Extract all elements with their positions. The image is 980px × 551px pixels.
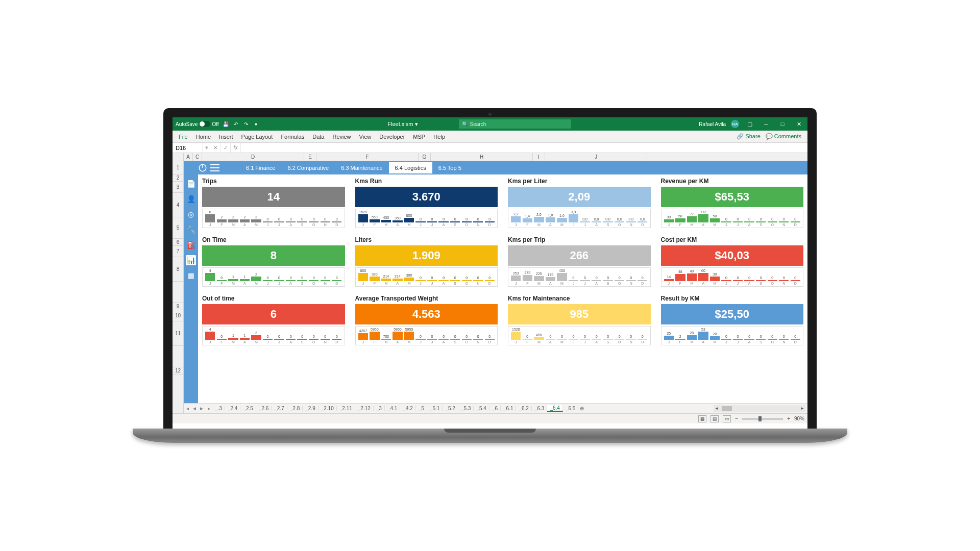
undo-icon[interactable]: ↶: [232, 120, 239, 128]
ribbon-tab-formulas[interactable]: Formulas: [277, 134, 308, 140]
autosave-toggle[interactable]: AutoSave Off: [176, 121, 219, 127]
comments-button[interactable]: 💬 Comments: [766, 133, 801, 140]
row-header[interactable]: 10: [173, 310, 183, 321]
add-sheet-icon[interactable]: ⊕: [578, 406, 585, 411]
redo-icon[interactable]: ↷: [242, 120, 250, 128]
sheet-tab[interactable]: _6.4: [547, 405, 562, 412]
row-header[interactable]: 2: [173, 174, 183, 182]
sheet-tab[interactable]: _2.6: [256, 406, 272, 411]
sheet-tab[interactable]: _5.4: [474, 406, 489, 411]
horizontal-scrollbar[interactable]: ◄►: [714, 405, 805, 412]
minimize-icon[interactable]: ─: [761, 118, 772, 130]
ribbon-tab-help[interactable]: Help: [429, 134, 449, 140]
sheet-tab[interactable]: _2.10: [318, 406, 337, 411]
sidebar-user-icon[interactable]: 👤: [186, 194, 196, 204]
fx-icon[interactable]: fx: [231, 143, 241, 153]
sheet-tab[interactable]: _5.2: [443, 406, 458, 411]
col-header[interactable]: D: [202, 153, 304, 161]
sheet-tab[interactable]: _6: [489, 406, 501, 411]
ribbon-tab-review[interactable]: Review: [328, 134, 355, 140]
user-avatar[interactable]: RA: [731, 120, 739, 128]
sheet-tab[interactable]: _4.1: [385, 406, 400, 411]
ribbon-tab-developer[interactable]: Developer: [375, 134, 409, 140]
filename[interactable]: Fleet.xlsm ▾: [387, 121, 418, 128]
zoom-level[interactable]: 90%: [794, 416, 804, 421]
row-header[interactable]: 5: [173, 217, 183, 239]
row-header[interactable]: 6: [173, 239, 183, 246]
cancel-icon[interactable]: ✕: [210, 143, 220, 153]
col-header[interactable]: I: [533, 153, 545, 161]
ribbon-tab-insert[interactable]: Insert: [215, 134, 237, 140]
row-header[interactable]: 3: [173, 182, 183, 193]
sheet-tab[interactable]: _6.3: [532, 406, 547, 411]
sheet-tab[interactable]: _2.12: [355, 406, 374, 411]
page-layout-icon[interactable]: ▤: [710, 415, 719, 422]
sidebar-grid-icon[interactable]: ▦: [186, 270, 196, 281]
accept-icon[interactable]: ✓: [220, 143, 231, 153]
dash-tab[interactable]: 6.5 Top 5: [432, 162, 468, 173]
row-header[interactable]: 7: [173, 246, 183, 257]
maximize-icon[interactable]: □: [777, 118, 788, 130]
sheet-tab[interactable]: _2.5: [240, 406, 256, 411]
sheet-nav-icon[interactable]: ▸: [205, 406, 212, 411]
ribbon-tab-home[interactable]: Home: [192, 134, 215, 140]
sheet-tab[interactable]: _5: [416, 406, 427, 411]
ribbon-display-icon[interactable]: ▢: [744, 118, 755, 130]
row-header[interactable]: [173, 346, 183, 367]
col-header[interactable]: G: [419, 153, 431, 161]
sidebar-fuel-icon[interactable]: ⛽: [186, 240, 196, 250]
row-header[interactable]: 9: [173, 303, 183, 310]
sheet-tab[interactable]: _2.8: [287, 406, 303, 411]
touch-mode-icon[interactable]: ▾: [253, 120, 260, 128]
save-icon[interactable]: 💾: [222, 120, 229, 128]
ribbon-tab-page-layout[interactable]: Page Layout: [237, 134, 277, 140]
dash-tab[interactable]: 6.3 Maintenance: [335, 162, 388, 173]
search-input[interactable]: 🔍 Search: [459, 119, 571, 129]
col-header[interactable]: J: [545, 153, 647, 161]
sheet-tab[interactable]: _2.7: [272, 406, 287, 411]
ribbon-tab-data[interactable]: Data: [308, 134, 328, 140]
row-header[interactable]: 12: [173, 367, 183, 374]
normal-view-icon[interactable]: ▦: [698, 415, 706, 422]
col-header[interactable]: E: [304, 153, 316, 161]
sheet-tab[interactable]: _5.3: [458, 406, 474, 411]
sheet-tab[interactable]: _2.11: [337, 406, 355, 411]
zoom-out-icon[interactable]: −: [735, 416, 738, 421]
share-button[interactable]: 🔗 Share: [737, 133, 760, 140]
row-header[interactable]: 4: [173, 193, 183, 217]
sheet-nav-icon[interactable]: ◄: [191, 406, 198, 411]
sheet-tab[interactable]: _6.2: [516, 406, 531, 411]
zoom-in-icon[interactable]: +: [787, 416, 790, 421]
sheet-nav-icon[interactable]: ◂: [184, 406, 191, 411]
sidebar-tools-icon[interactable]: 🔧: [186, 224, 196, 235]
row-header[interactable]: 1: [173, 161, 183, 174]
col-header[interactable]: H: [431, 153, 533, 161]
sheet-nav-icon[interactable]: ►: [198, 406, 205, 411]
dash-tab[interactable]: 6.2 Comparative: [281, 162, 335, 173]
sheet-tab[interactable]: _6.1: [501, 406, 516, 411]
ribbon-tab-view[interactable]: View: [355, 134, 376, 140]
zoom-slider[interactable]: [742, 418, 783, 420]
name-box[interactable]: D16: [173, 143, 203, 153]
col-header[interactable]: C: [193, 153, 202, 161]
row-header[interactable]: [173, 282, 183, 303]
dash-tab[interactable]: 6.4 Logistics: [389, 162, 432, 173]
sheet-tab[interactable]: _.3: [212, 406, 225, 411]
sheet-tab[interactable]: _6.5: [563, 406, 578, 411]
row-header[interactable]: 8: [173, 257, 183, 282]
sheet-tab[interactable]: _5.1: [427, 406, 443, 411]
sidebar-gauge-icon[interactable]: ◎: [186, 209, 196, 219]
page-break-icon[interactable]: ▭: [723, 415, 731, 422]
sheet-tab[interactable]: _4.2: [400, 406, 415, 411]
ribbon-tab-msp[interactable]: MSP: [409, 134, 429, 140]
sheet-tab[interactable]: _2.4: [225, 406, 240, 411]
sheet-tab[interactable]: _3: [374, 406, 385, 411]
dash-tab[interactable]: 6.1 Finance: [240, 162, 281, 173]
select-all[interactable]: [173, 153, 184, 161]
sidebar-chart-icon[interactable]: 📊: [186, 255, 196, 265]
col-header[interactable]: A: [184, 153, 193, 161]
sidebar-report-icon[interactable]: 📄: [186, 179, 196, 189]
row-header[interactable]: 11: [173, 321, 183, 346]
close-icon[interactable]: ✕: [793, 118, 804, 130]
user-name[interactable]: Rafael Avila: [699, 121, 726, 127]
